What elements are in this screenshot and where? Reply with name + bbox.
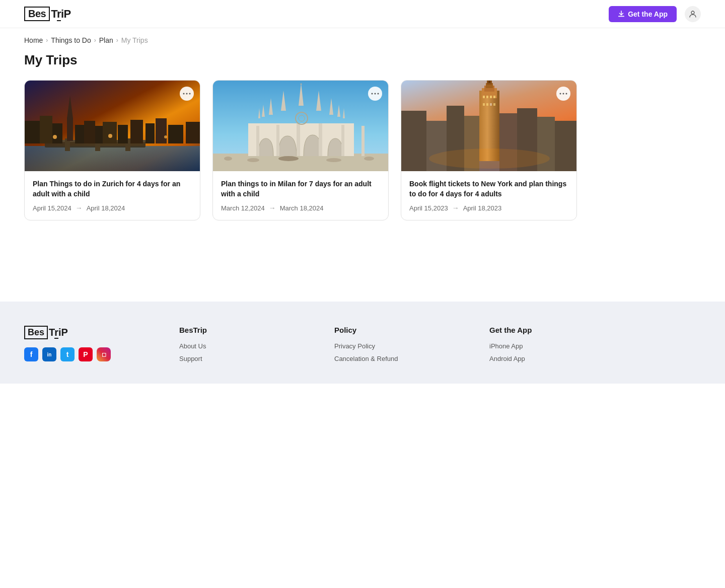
svg-point-28	[164, 135, 167, 138]
svg-rect-13	[52, 123, 62, 143]
footer-iphone-app[interactable]: iPhone App	[489, 342, 628, 350]
svg-rect-40	[256, 126, 259, 156]
svg-rect-22	[146, 123, 155, 143]
card-body-zurich: Plan Things to do in Zurich for 4 days f…	[25, 171, 200, 220]
footer-support[interactable]: Support	[179, 355, 318, 362]
svg-point-31	[378, 93, 379, 95]
card-title-zurich: Plan Things to do in Zurich for 4 days f…	[33, 179, 192, 199]
card-dates-zurich: April 15,2024 → April 18,2024	[33, 204, 192, 212]
svg-point-34	[224, 157, 232, 161]
svg-rect-80	[493, 96, 495, 98]
svg-rect-69	[401, 111, 426, 171]
user-icon	[688, 10, 697, 19]
svg-rect-45	[361, 126, 365, 156]
svg-rect-18	[95, 126, 103, 143]
svg-point-59	[563, 93, 564, 95]
svg-rect-68	[488, 81, 490, 83]
breadcrumb-sep-1: ›	[46, 37, 48, 44]
svg-rect-82	[486, 103, 488, 106]
footer-logo[interactable]: Bes TriP	[24, 326, 163, 339]
logo-trip-text: TriP	[51, 8, 71, 21]
twitter-icon[interactable]: t	[60, 347, 75, 361]
instagram-icon[interactable]: ◻	[97, 347, 111, 361]
svg-point-0	[691, 11, 694, 14]
breadcrumb-home[interactable]: Home	[24, 36, 43, 44]
get-app-label: Get the App	[628, 10, 668, 18]
svg-rect-24	[168, 125, 183, 143]
svg-rect-43	[319, 123, 322, 156]
card-date-start-zurich: April 15,2024	[33, 204, 71, 212]
svg-rect-5	[25, 146, 200, 171]
breadcrumb-sep-2: ›	[94, 37, 96, 44]
footer-privacy-policy[interactable]: Privacy Policy	[334, 342, 473, 350]
milan-image	[213, 81, 389, 171]
footer-about-us[interactable]: About Us	[179, 342, 318, 350]
footer-cancelation[interactable]: Cancelation & Refund	[334, 355, 473, 362]
svg-rect-77	[483, 96, 485, 98]
svg-rect-76	[555, 121, 577, 171]
trip-card-milan[interactable]: Plan things to in Milan for 7 days for a…	[212, 80, 389, 220]
breadcrumb-things-to-do[interactable]: Things to Do	[51, 36, 91, 44]
page-title: My Trips	[0, 48, 725, 80]
header: BesTriP Get the App	[0, 0, 725, 28]
breadcrumb-plan[interactable]: Plan	[99, 36, 113, 44]
svg-rect-23	[156, 118, 167, 143]
logo[interactable]: BesTriP	[24, 7, 71, 21]
newyork-image	[401, 81, 577, 171]
svg-point-58	[560, 93, 561, 95]
trip-menu-button-newyork[interactable]	[556, 87, 570, 101]
header-actions: Get the App	[609, 6, 701, 22]
svg-rect-78	[486, 96, 488, 98]
footer-app-title: Get the App	[489, 326, 628, 334]
pinterest-icon[interactable]: P	[79, 347, 93, 361]
card-date-end-zurich: April 18,2024	[87, 204, 125, 212]
footer-android-app[interactable]: Android App	[489, 355, 628, 362]
footer-grid: Bes TriP f in t P ◻ BesTrip About Us Sup…	[24, 326, 628, 368]
svg-rect-12	[40, 116, 52, 143]
breadcrumb-sep-3: ›	[116, 37, 118, 44]
svg-rect-84	[493, 103, 495, 106]
date-arrow-milan: →	[269, 204, 276, 212]
svg-rect-20	[118, 125, 128, 143]
card-body-newyork: Book flight tickets to New York and plan…	[401, 171, 576, 220]
zurich-image	[25, 81, 200, 171]
svg-point-85	[429, 149, 550, 169]
card-date-end-milan: March 18,2024	[280, 204, 324, 212]
linkedin-icon[interactable]: in	[42, 347, 56, 361]
svg-point-3	[189, 93, 191, 95]
facebook-icon[interactable]: f	[24, 347, 38, 361]
card-date-start-milan: March 12,2024	[221, 204, 265, 212]
user-avatar[interactable]	[685, 6, 701, 22]
trip-card-zurich[interactable]: Plan Things to do in Zurich for 4 days f…	[24, 80, 200, 220]
card-title-newyork: Book flight tickets to New York and plan…	[409, 179, 568, 199]
svg-point-29	[372, 93, 373, 95]
svg-rect-79	[490, 96, 492, 98]
get-app-button[interactable]: Get the App	[609, 6, 677, 22]
trip-menu-button-milan[interactable]	[368, 87, 382, 101]
svg-rect-19	[103, 122, 117, 143]
svg-rect-44	[341, 125, 344, 156]
svg-point-36	[278, 156, 299, 161]
breadcrumb-current: My Trips	[121, 36, 148, 44]
download-icon	[618, 11, 625, 18]
svg-rect-25	[186, 122, 200, 143]
svg-rect-11	[25, 121, 40, 143]
footer-bestrip-col: BesTrip About Us Support	[179, 326, 318, 368]
card-body-milan: Plan things to in Milan for 7 days for a…	[213, 171, 388, 220]
card-title-milan: Plan things to in Milan for 7 days for a…	[221, 179, 380, 199]
svg-rect-41	[276, 125, 279, 156]
svg-rect-81	[483, 103, 485, 106]
footer-brand-col: Bes TriP f in t P ◻	[24, 326, 163, 368]
svg-point-60	[566, 93, 567, 95]
date-arrow-zurich: →	[76, 204, 83, 212]
trip-menu-button-zurich[interactable]	[180, 87, 194, 101]
breadcrumb: Home › Things to Do › Plan › My Trips	[0, 28, 725, 48]
trip-card-newyork[interactable]: Book flight tickets to New York and plan…	[401, 80, 577, 220]
main-content: Plan Things to do in Zurich for 4 days f…	[0, 80, 725, 281]
svg-point-37	[326, 158, 341, 162]
svg-point-38	[364, 157, 374, 161]
svg-rect-33	[213, 154, 389, 171]
svg-rect-16	[75, 125, 84, 143]
footer: Bes TriP f in t P ◻ BesTrip About Us Sup…	[0, 302, 725, 384]
more-options-icon-newyork	[559, 93, 567, 95]
